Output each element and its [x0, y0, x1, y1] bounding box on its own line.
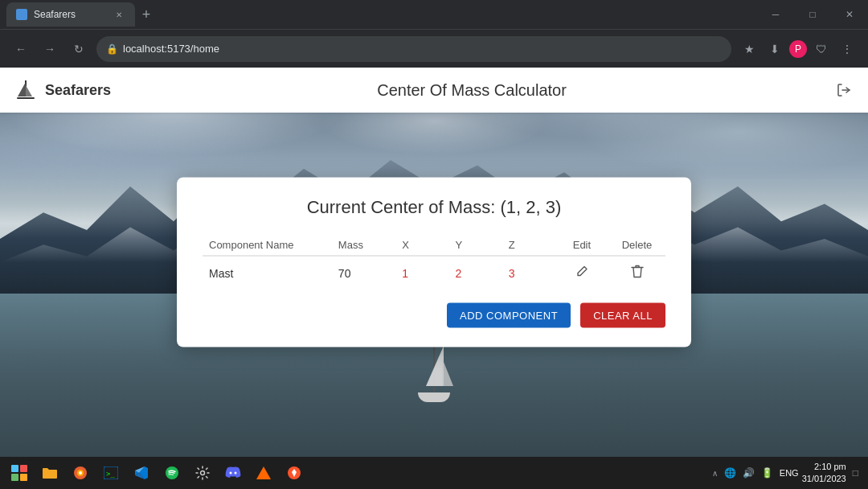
tab-title: Seafarers: [34, 9, 76, 20]
cell-x: 1: [395, 256, 448, 290]
logout-icon: [836, 82, 852, 98]
back-button[interactable]: ←: [10, 38, 32, 60]
new-tab-button[interactable]: +: [135, 3, 158, 26]
tray-battery[interactable]: 🔋: [761, 467, 773, 479]
browser-chrome: Seafarers ✕ + ─ □ ✕ ← → ↻ 🔒 localhost:51…: [0, 0, 868, 68]
taskbar-right: ∧ 🌐 🔊 🔋 ENG 2:10 pm 31/01/2023 □: [712, 461, 865, 486]
tab-favicon: [16, 9, 27, 20]
more-icon[interactable]: ⋮: [836, 38, 858, 60]
tray-chevron[interactable]: ∧: [712, 469, 718, 478]
app-area: Seafarers Center Of Mass Calculator Curr…: [0, 68, 868, 457]
reload-button[interactable]: ↻: [68, 38, 90, 60]
boat-hull: [418, 392, 450, 402]
svg-point-2: [79, 471, 82, 475]
taskbar-spotify[interactable]: [158, 458, 186, 487]
taskbar: >_: [0, 457, 868, 489]
svg-point-8: [235, 472, 237, 475]
window-controls: ─ □ ✕: [757, 0, 868, 29]
taskbar-firefox[interactable]: [66, 458, 95, 487]
tray-volume[interactable]: 🔊: [743, 467, 755, 479]
clock-date: 31/01/2023: [802, 473, 846, 485]
tab-close-button[interactable]: ✕: [113, 8, 125, 21]
minimize-button[interactable]: ─: [757, 0, 794, 29]
notification-icon[interactable]: □: [853, 467, 858, 479]
col-y: Y: [448, 234, 502, 257]
edit-icon[interactable]: [575, 267, 588, 281]
profile-icon[interactable]: P: [789, 40, 807, 58]
taskbar-settings[interactable]: [188, 458, 217, 487]
svg-text:>_: >_: [106, 470, 115, 478]
table-row: Mast 70 1 2 3: [203, 256, 665, 290]
cell-delete[interactable]: [608, 256, 665, 290]
add-component-button[interactable]: ADD COMPONENT: [447, 303, 571, 328]
modal-title: Current Center of Mass: (1, 2, 3): [203, 197, 665, 218]
lock-icon: 🔒: [106, 43, 118, 55]
active-tab[interactable]: Seafarers ✕: [6, 2, 135, 27]
taskbar-discord[interactable]: [219, 458, 248, 487]
logout-button[interactable]: [833, 79, 855, 101]
extension-icon[interactable]: 🛡: [810, 38, 833, 60]
clock-area[interactable]: 2:10 pm 31/01/2023: [802, 461, 846, 486]
col-mass: Mass: [332, 234, 395, 257]
download-icon[interactable]: ⬇: [764, 38, 786, 60]
header-title: Center Of Mass Calculator: [111, 81, 833, 100]
logo-text: Seafarers: [45, 82, 111, 99]
cell-z: 3: [502, 256, 555, 290]
tray-eng[interactable]: ENG: [780, 468, 799, 478]
url-bar[interactable]: 🔒 localhost:5173/home: [96, 36, 731, 62]
col-delete: Delete: [608, 234, 665, 257]
tray-network[interactable]: 🌐: [724, 467, 736, 479]
taskbar-terminal[interactable]: >_: [96, 458, 125, 487]
logo-icon: [13, 77, 39, 103]
forward-button[interactable]: →: [39, 38, 61, 60]
col-x: X: [395, 234, 448, 257]
clear-all-button[interactable]: CLEAR ALL: [580, 303, 665, 328]
boat-sail: [426, 346, 444, 386]
windows-icon: [11, 465, 27, 481]
tab-bar: Seafarers ✕ + ─ □ ✕: [0, 0, 868, 29]
app-header: Seafarers Center Of Mass Calculator: [0, 68, 868, 113]
logo-area: Seafarers: [13, 77, 111, 103]
svg-point-6: [201, 471, 205, 475]
taskbar-vlc[interactable]: [249, 458, 278, 487]
cell-mass: 70: [332, 256, 395, 290]
taskbar-vscode[interactable]: [127, 458, 156, 487]
taskbar-brave[interactable]: [280, 458, 309, 487]
modal-card: Current Center of Mass: (1, 2, 3) Compon…: [177, 178, 691, 347]
component-table: Component Name Mass X Y Z Edit Delete Ma…: [203, 234, 665, 290]
cell-name: Mast: [203, 256, 332, 290]
col-component-name: Component Name: [203, 234, 332, 257]
maximize-button[interactable]: □: [794, 0, 831, 29]
address-bar: ← → ↻ 🔒 localhost:5173/home ★ ⬇ P 🛡 ⋮: [0, 29, 868, 68]
cell-edit[interactable]: [555, 256, 608, 290]
buttons-row: ADD COMPONENT CLEAR ALL: [203, 303, 665, 328]
start-button[interactable]: [3, 457, 35, 489]
taskbar-items: >_: [35, 458, 712, 487]
sys-tray: ∧ 🌐 🔊 🔋 ENG: [712, 467, 799, 479]
url-text: localhost:5173/home: [123, 43, 219, 55]
svg-point-7: [230, 472, 232, 475]
sailboat: [410, 338, 458, 402]
bookmark-icon[interactable]: ★: [738, 38, 760, 60]
col-edit: Edit: [555, 234, 608, 257]
delete-icon[interactable]: [631, 268, 644, 281]
clock-time: 2:10 pm: [802, 461, 846, 473]
browser-actions: ★ ⬇ P 🛡 ⋮: [738, 38, 858, 60]
col-z: Z: [502, 234, 555, 257]
taskbar-file-explorer[interactable]: [35, 458, 64, 487]
cell-y: 2: [448, 256, 502, 290]
close-button[interactable]: ✕: [831, 0, 868, 29]
boat-sail2: [442, 358, 453, 386]
